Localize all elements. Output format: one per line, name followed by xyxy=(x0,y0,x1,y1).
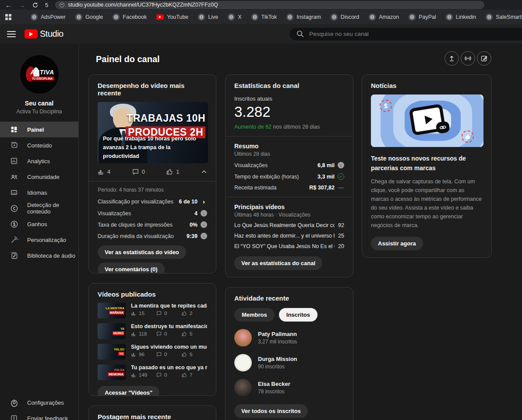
create-post-button[interactable] xyxy=(477,51,491,66)
metric-avg-duration[interactable]: Duração média da visualização 9:39 ↓ xyxy=(98,233,207,239)
tab-membros[interactable]: Membros xyxy=(234,308,275,322)
divider xyxy=(226,136,353,136)
upload-video-button[interactable] xyxy=(444,51,459,66)
comment-icon xyxy=(156,352,162,357)
dashboard-icon xyxy=(10,125,18,134)
site-info-icon[interactable] xyxy=(60,3,64,7)
bookmark-youtube[interactable]: YouTube xyxy=(156,14,188,20)
video-analytics-button[interactable]: Ver as estatísticas do vídeo xyxy=(98,245,186,259)
stat-views[interactable]: Visualizações 6,8 mil ↓ xyxy=(234,162,344,168)
sidebar-footer: Configurações Enviar feedback xyxy=(0,395,78,420)
subscribers-delta: Aumento de 62 nos últimos 28 dias xyxy=(234,124,344,130)
subscriber-row[interactable]: Paty Pallmann 3,27 mil inscritos xyxy=(234,329,344,346)
metric-ctr[interactable]: Taxa de cliques de impressões 0% ↓ xyxy=(98,221,207,228)
sidebar-item-analytics[interactable]: Analytics xyxy=(0,153,78,169)
channel-search[interactable] xyxy=(289,27,522,41)
bookmark-paypal[interactable]: PayPal xyxy=(409,14,436,21)
menu-icon[interactable] xyxy=(7,31,16,37)
bar-chart-icon xyxy=(98,168,104,175)
bookmark-salesmartly[interactable]: SaleSmartly xyxy=(486,14,522,21)
avatar xyxy=(234,379,252,396)
youtube-studio-logo[interactable]: Studio xyxy=(25,29,63,39)
view-all-subscribers-button[interactable]: Ver todos os inscritos xyxy=(234,404,308,418)
gear-icon xyxy=(10,398,18,407)
stat-revenue[interactable]: Receita estimada R$ 307,82 — xyxy=(234,185,344,191)
globe-icon xyxy=(113,14,120,21)
sidebar-item-personalizacao[interactable]: Personalização xyxy=(0,232,78,248)
subscriber-row[interactable]: Durga Mission 90 inscritos xyxy=(234,354,344,371)
published-video-row[interactable]: FALSO YO Sigues viviendo como un muerto … xyxy=(98,344,207,360)
globe-icon xyxy=(409,14,416,21)
stat-watch-time[interactable]: Tempo de exibição (horas) 3,3 mil ✓ xyxy=(234,173,344,180)
sidebar-item-conteudo[interactable]: Conteúdo xyxy=(0,137,78,153)
published-video-row[interactable]: FALSA MEMORIA Tu pasado es un eco que ya… xyxy=(98,364,207,380)
top-videos-subtitle: Últimas 48 horas · Visualizações xyxy=(234,212,344,218)
globe-icon xyxy=(251,14,258,21)
bookmark-x[interactable]: X xyxy=(228,14,241,21)
go-live-button[interactable] xyxy=(461,51,475,66)
bookmark-discord[interactable]: Discord xyxy=(331,14,359,21)
sidebar-item-biblioteca[interactable]: Biblioteca de áudio xyxy=(0,248,78,263)
card-title: Vídeos publicados xyxy=(98,290,207,298)
top-video-row[interactable]: Lo Que Jesús Realmente Quería Decir con … xyxy=(234,222,344,228)
top-video-row[interactable]: El “YO SOY” Que Usaba Jesús No Es el Que… xyxy=(234,243,344,249)
bookmark-tiktok[interactable]: TikTok xyxy=(251,14,277,21)
metric-views[interactable]: Visualizações 4 ↓ xyxy=(98,210,207,217)
bookmark-instagram[interactable]: Instagram xyxy=(286,14,321,21)
latest-video-thumbnail[interactable]: TRABAJAS 10H PRODUCES 2H Por qué trabaja… xyxy=(98,102,208,163)
thumbs-up-icon xyxy=(182,352,187,357)
channel-analytics-button[interactable]: Ver as estatísticas do canal xyxy=(234,256,322,270)
thumbs-up-spark-icon xyxy=(462,130,474,143)
search-input[interactable] xyxy=(309,31,515,37)
back-icon[interactable]: ← xyxy=(5,2,12,8)
subtitles-icon xyxy=(10,188,18,197)
watch-now-button[interactable]: Assistir agora xyxy=(371,237,423,250)
globe-icon xyxy=(446,14,453,21)
card-title: Notícias xyxy=(371,82,483,89)
sidebar-item-comunidade[interactable]: Comunidade xyxy=(0,169,78,185)
bookmark-linkedin[interactable]: Linkedin xyxy=(446,14,476,21)
sidebar-item-configuracoes[interactable]: Configurações xyxy=(0,395,78,410)
dollar-spark-icon: $ xyxy=(380,100,392,112)
video-title-overlay: Por qué trabajas 10 horas pero solo avan… xyxy=(103,134,205,161)
metric-ranking[interactable]: Classificação por visualizações 6 de 10 … xyxy=(98,198,207,205)
sidebar-item-deteccao[interactable]: Detecção de conteúdo xyxy=(0,200,78,216)
sidebar-item-idiomas[interactable]: Idiomas xyxy=(0,185,78,200)
channel-avatar[interactable]: ACTIVA TU DISCIPLINA xyxy=(20,55,59,94)
sidebar-item-painel[interactable]: Painel xyxy=(0,122,78,137)
view-comments-button[interactable]: Ver comentários (0) xyxy=(98,262,165,273)
bookmark-google[interactable]: Google xyxy=(75,14,103,21)
tab-inscritos[interactable]: Inscritos xyxy=(279,308,317,322)
news-banner[interactable]: $ xyxy=(371,94,483,147)
bookmark-amazon[interactable]: Amazon xyxy=(369,14,399,21)
forward-icon[interactable]: → xyxy=(19,2,25,8)
collapse-icon[interactable] xyxy=(201,169,207,175)
address-bar[interactable]: studio.youtube.com/channel/UC37fHyc2bKQZ… xyxy=(55,1,484,9)
sidebar-item-feedback[interactable]: Enviar feedback xyxy=(0,410,78,420)
channel-title: Seu canal xyxy=(0,100,78,107)
channel-stats-card: Estatísticas do canal Inscritos atuais 3… xyxy=(225,74,353,277)
divider xyxy=(226,197,353,197)
go-to-videos-button[interactable]: Acessar "Vídeos" xyxy=(98,386,159,396)
apps-grid-icon[interactable] xyxy=(5,14,11,20)
main-content: Painel do canal Desempenho do vídeo mais… xyxy=(79,44,522,420)
sidebar-item-ganhos[interactable]: Ganhos xyxy=(0,216,78,232)
reload-icon[interactable] xyxy=(32,2,38,8)
card-title: Atividade recente xyxy=(234,294,344,302)
subscribers-label: Inscritos atuais xyxy=(234,95,344,102)
top-video-row[interactable]: Haz esto antes de dormir... y el univers… xyxy=(234,233,344,239)
published-video-row[interactable]: YA MURIÓ Esto destruye tu manifestación … xyxy=(98,323,207,339)
dollar-icon xyxy=(10,220,18,228)
bookmark-facebook[interactable]: Facebook xyxy=(113,14,147,21)
card-title: Estatísticas do canal xyxy=(234,82,344,89)
bookmark-live[interactable]: Live xyxy=(198,14,218,21)
subscriber-row[interactable]: Elsa Becker 78 inscritos xyxy=(234,379,344,396)
globe-icon xyxy=(369,14,376,21)
tab-count: 5 xyxy=(45,2,48,8)
trend-down-icon: ↓ xyxy=(201,210,207,217)
bookmark-adspower[interactable]: AdsPower xyxy=(31,14,66,21)
published-video-row[interactable]: LA MENTIRA MAÑANA La mentira que te repi… xyxy=(98,303,207,318)
channel-name: Activa Tu Disciplina xyxy=(0,108,78,115)
thumbs-up-icon xyxy=(182,331,187,336)
sidebar-menu: Painel Conteúdo Analytics Comunidade Idi… xyxy=(0,122,78,263)
